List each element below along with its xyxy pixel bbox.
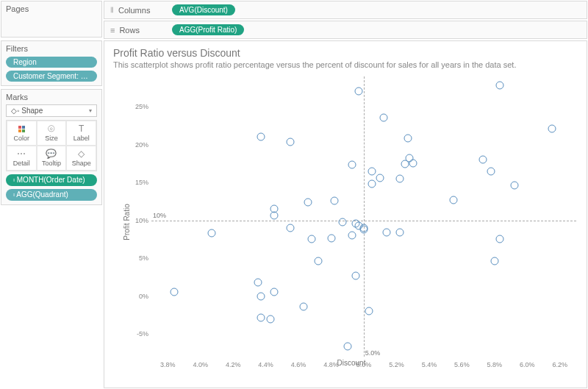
x-tick: 5.2% <box>389 361 404 368</box>
scatter-point[interactable] <box>487 167 495 175</box>
scatter-point[interactable] <box>171 288 179 296</box>
tooltip-icon: 💬 <box>39 149 65 158</box>
scatter-point[interactable] <box>270 288 278 296</box>
mark-type-label: Shape <box>21 107 43 115</box>
scatter-point[interactable] <box>368 167 376 175</box>
ref-line-v-label: 5.0% <box>365 349 381 357</box>
scatter-point[interactable] <box>365 307 373 315</box>
marks-card[interactable]: Marks ◇◦ Shape ▾ Color⦾SizeTLabel⋯Detail… <box>1 89 102 205</box>
columns-label: Columns <box>118 6 150 15</box>
scatter-point[interactable] <box>395 229 404 237</box>
mark-type-dropdown[interactable]: ◇◦ Shape ▾ <box>6 104 97 117</box>
filters-title: Filters <box>6 44 97 53</box>
y-tick: 10% <box>126 217 148 224</box>
scatter-point[interactable] <box>495 235 503 243</box>
mark-color-button[interactable]: Color <box>7 121 37 146</box>
x-tick: 6.2% <box>553 361 568 368</box>
y-tick: 0% <box>126 293 148 300</box>
scatter-point[interactable] <box>355 87 363 95</box>
columns-shelf[interactable]: ⦀Columns AVG(Discount) <box>104 1 587 19</box>
scatter-point[interactable] <box>548 125 556 133</box>
scatter-point[interactable] <box>360 224 368 232</box>
scatter-point[interactable] <box>479 156 487 164</box>
marks-pill[interactable]: ⦂ MONTH(Order Date) <box>6 174 97 186</box>
rows-label: Rows <box>119 26 140 35</box>
label-icon: T <box>68 124 94 133</box>
scatter-point[interactable] <box>286 138 294 146</box>
mark-tooltip-button[interactable]: 💬Tooltip <box>37 146 67 171</box>
x-tick: 5.6% <box>454 361 470 368</box>
x-tick: 4.6% <box>291 361 306 368</box>
x-tick: 4.4% <box>258 361 273 368</box>
x-tick: 5.8% <box>487 361 503 368</box>
y-tick: 5% <box>126 254 148 262</box>
y-tick: 25% <box>126 103 148 110</box>
scatter-point[interactable] <box>257 133 265 141</box>
pages-shelf[interactable]: Pages <box>1 1 102 38</box>
x-tick: 3.8% <box>160 361 176 368</box>
scatter-point[interactable] <box>450 196 458 204</box>
x-tick: 4.8% <box>323 361 339 368</box>
y-tick: -5% <box>126 330 148 338</box>
scatter-point[interactable] <box>314 257 322 265</box>
filter-pill[interactable]: Region <box>6 57 97 68</box>
scatter-point[interactable] <box>286 224 294 232</box>
scatter-point[interactable] <box>383 229 391 237</box>
viz-subtitle: This scatterplot shows profit ratio perc… <box>104 60 587 72</box>
scatter-point[interactable] <box>343 342 351 350</box>
marks-title: Marks <box>6 93 97 101</box>
scatter-point[interactable] <box>510 182 518 190</box>
scatter-point[interactable] <box>327 235 335 243</box>
scatter-point[interactable] <box>395 175 404 183</box>
color-icon <box>9 124 35 133</box>
filter-pill[interactable]: Customer Segment: Small Busin... <box>6 71 97 82</box>
pages-title: Pages <box>6 4 97 13</box>
scatter-point[interactable] <box>304 198 312 206</box>
rows-pill[interactable]: AGG(Profit Ratio) <box>172 24 244 35</box>
x-tick: 6.0% <box>520 361 535 368</box>
shape-icon: ◇◦ <box>11 107 20 115</box>
mark-shape-button[interactable]: ◇Shape <box>66 146 96 171</box>
x-tick: 5.0% <box>356 361 372 368</box>
scatter-point[interactable] <box>404 135 412 143</box>
viz-title: Profit Ratio versus Discount <box>104 41 587 60</box>
scatter-point[interactable] <box>208 229 216 238</box>
rows-shelf[interactable]: ≡Rows AGG(Profit Ratio) <box>104 21 587 39</box>
scatter-point[interactable] <box>339 218 347 226</box>
x-tick: 5.4% <box>422 361 437 368</box>
scatter-point[interactable] <box>376 174 384 182</box>
size-icon: ⦾ <box>39 124 65 133</box>
chevron-down-icon: ▾ <box>89 107 92 114</box>
mark-size-button[interactable]: ⦾Size <box>37 121 67 146</box>
x-tick: 4.0% <box>193 361 208 368</box>
scatter-plot[interactable]: -5%0%5%10%15%20%25%3.8%4.0%4.2%4.4%4.6%4… <box>151 76 576 357</box>
mark-label-button[interactable]: TLabel <box>66 121 96 146</box>
x-tick: 4.2% <box>226 361 241 368</box>
scatter-point[interactable] <box>270 205 278 213</box>
scatter-point[interactable] <box>379 113 387 121</box>
shape-icon: ◇ <box>68 149 94 158</box>
scatter-point[interactable] <box>495 82 503 90</box>
scatter-point[interactable] <box>257 292 265 300</box>
y-tick: 20% <box>126 141 148 149</box>
scatter-point[interactable] <box>351 271 359 279</box>
y-tick: 15% <box>126 179 148 186</box>
scatter-point[interactable] <box>348 232 356 240</box>
scatter-point[interactable] <box>409 160 417 168</box>
scatter-point[interactable] <box>368 180 376 188</box>
scatter-point[interactable] <box>254 279 262 287</box>
mark-detail-button[interactable]: ⋯Detail <box>7 146 37 171</box>
columns-pill[interactable]: AVG(Discount) <box>172 4 235 15</box>
viz-area[interactable]: Profit Ratio versus Discount This scatte… <box>104 40 587 388</box>
marks-pill[interactable]: ⦂ AGG(Quadrant) <box>6 189 97 201</box>
scatter-point[interactable] <box>348 161 356 169</box>
columns-icon: ⦀ <box>110 5 114 15</box>
scatter-point[interactable] <box>299 303 307 311</box>
rows-icon: ≡ <box>110 26 115 35</box>
scatter-point[interactable] <box>330 196 338 204</box>
filters-shelf[interactable]: Filters RegionCustomer Segment: Small Bu… <box>1 40 102 86</box>
scatter-point[interactable] <box>267 315 275 323</box>
scatter-point[interactable] <box>307 235 315 243</box>
scatter-point[interactable] <box>257 314 265 322</box>
scatter-point[interactable] <box>490 257 498 265</box>
